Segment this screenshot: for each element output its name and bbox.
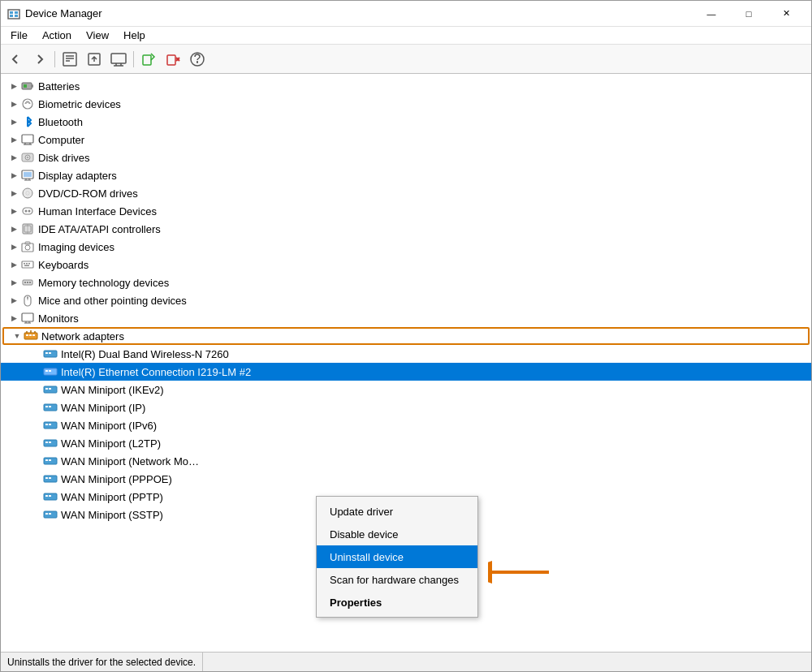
tree-item-computer[interactable]: ▶ Computer	[1, 131, 811, 149]
tree-item-wan-ikev2[interactable]: WAN Miniport (IKEv2)	[1, 381, 811, 398]
back-button[interactable]	[4, 49, 27, 70]
expand-disk[interactable]: ▶	[7, 151, 20, 164]
svg-rect-74	[49, 370, 51, 372]
hid-label: Human Interface Devices	[38, 205, 157, 218]
memory-icon	[20, 275, 35, 290]
svg-rect-5	[63, 53, 76, 66]
expand-keyboards[interactable]: ▶	[7, 258, 20, 271]
network-adapters-label: Network adapters	[41, 330, 124, 342]
tree-item-dvd[interactable]: ▶ DVD/CD-ROM drives	[1, 184, 811, 202]
tree-item-ethernet[interactable]: Intel(R) Ethernet Connection I219-LM #2	[1, 363, 811, 381]
wireless-icon	[43, 347, 58, 361]
separator-1	[54, 51, 55, 67]
expand-batteries[interactable]: ▶	[7, 80, 20, 93]
ctx-scan-changes[interactable]: Scan for hardware changes	[317, 568, 477, 591]
wan-sstp-icon	[43, 507, 58, 522]
tree-item-wan-ipv6[interactable]: WAN Miniport (IPv6)	[1, 416, 811, 434]
svg-rect-86	[49, 442, 51, 443]
ctx-update-driver[interactable]: Update driver	[317, 500, 477, 523]
svg-rect-0	[8, 10, 19, 19]
ctx-disable-device[interactable]: Disable device	[317, 523, 477, 545]
ctx-scan-changes-label: Scan for hardware changes	[330, 574, 459, 586]
tree-item-mice[interactable]: ▶ Mice and other pointing devices	[1, 291, 811, 309]
svg-rect-23	[22, 135, 33, 143]
menu-view[interactable]: View	[80, 28, 115, 43]
tree-item-batteries[interactable]: ▶ Batteries	[1, 77, 811, 95]
expand-monitors[interactable]: ▶	[7, 312, 20, 325]
svg-rect-97	[45, 513, 48, 515]
svg-rect-38	[23, 208, 32, 214]
bluetooth-label: Bluetooth	[38, 116, 83, 128]
svg-rect-88	[45, 459, 48, 461]
display-icon	[20, 168, 35, 183]
tree-item-wan-pppoe[interactable]: WAN Miniport (PPPOE)	[1, 470, 811, 488]
expand-memory[interactable]: ▶	[7, 276, 20, 289]
wan-ikev2-icon	[43, 382, 58, 397]
menu-file[interactable]: File	[4, 28, 34, 43]
menu-action[interactable]: Action	[36, 28, 78, 43]
menu-help[interactable]: Help	[117, 28, 152, 43]
tree-item-keyboards[interactable]: ▶ Keyboards	[1, 256, 811, 274]
tree-item-wan-ip[interactable]: WAN Miniport (IP)	[1, 398, 811, 416]
tree-item-network-adapters[interactable]: ▼ Network adapters	[2, 327, 810, 345]
expand-dvd[interactable]: ▶	[7, 187, 20, 200]
svg-rect-54	[27, 282, 28, 283]
expand-display[interactable]: ▶	[7, 169, 20, 182]
help-button[interactable]	[186, 49, 209, 70]
svg-rect-71	[49, 352, 51, 354]
expand-bluetooth[interactable]: ▶	[7, 115, 20, 128]
disk-label: Disk drives	[38, 152, 90, 164]
tree-item-imaging[interactable]: ▶ Imaging devices	[1, 238, 811, 256]
network-adapters-icon	[24, 329, 38, 343]
separator-2	[133, 51, 134, 67]
expand-mice[interactable]: ▶	[7, 294, 20, 307]
svg-rect-77	[49, 388, 51, 390]
tree-item-hid[interactable]: ▶ Human Interface Devices	[1, 202, 811, 220]
expand-biometric[interactable]: ▶	[7, 97, 20, 110]
bluetooth-icon	[20, 114, 35, 129]
imaging-label: Imaging devices	[38, 241, 114, 253]
tree-item-display[interactable]: ▶ Display adapters	[1, 166, 811, 184]
maximize-button[interactable]: □	[730, 1, 767, 27]
svg-rect-50	[28, 263, 30, 265]
tree-item-wan-netmon[interactable]: WAN Miniport (Network Mo…	[1, 452, 811, 470]
expand-network[interactable]: ▼	[11, 330, 24, 342]
tree-item-wan-l2tp[interactable]: WAN Miniport (L2TP)	[1, 434, 811, 452]
window-icon	[7, 7, 20, 20]
tree-item-memory[interactable]: ▶ Memory technology devices	[1, 274, 811, 291]
wan-ipv6-label: WAN Miniport (IPv6)	[61, 420, 157, 432]
close-button[interactable]: ✕	[767, 1, 805, 27]
wireless-label: Intel(R) Dual Band Wireless-N 7260	[61, 348, 229, 360]
svg-rect-76	[45, 388, 48, 390]
ctx-uninstall-device[interactable]: Uninstall device	[317, 545, 477, 568]
tree-item-biometric[interactable]: ▶ Biometric devices	[1, 95, 811, 113]
ctx-properties[interactable]: Properties	[317, 591, 477, 614]
status-bar: Uninstalls the driver for the selected d…	[1, 652, 811, 671]
remove-device-button[interactable]	[162, 49, 184, 70]
svg-point-39	[25, 210, 28, 213]
svg-rect-95	[49, 495, 51, 497]
expand-hid[interactable]: ▶	[7, 205, 20, 218]
tree-item-wireless[interactable]: Intel(R) Dual Band Wireless-N 7260	[1, 345, 811, 363]
svg-point-45	[25, 245, 30, 250]
keyboards-label: Keyboards	[38, 259, 89, 271]
scan-button[interactable]	[107, 49, 130, 70]
tree-item-monitors[interactable]: ▶ Monitors	[1, 309, 811, 327]
display-label: Display adapters	[38, 170, 117, 182]
svg-rect-49	[26, 263, 28, 265]
tree-item-bluetooth[interactable]: ▶ Bluetooth	[1, 113, 811, 131]
svg-rect-79	[45, 406, 48, 407]
add-device-button[interactable]	[137, 49, 160, 70]
svg-rect-82	[45, 424, 48, 425]
update-driver-button[interactable]	[83, 49, 106, 70]
forward-button[interactable]	[28, 49, 51, 70]
expand-ide[interactable]: ▶	[7, 222, 20, 235]
mice-icon	[20, 293, 35, 308]
tree-item-ide[interactable]: ▶ IDE ATA/ATAPI controllers	[1, 220, 811, 238]
minimize-button[interactable]: —	[693, 1, 730, 27]
properties-button[interactable]	[58, 49, 81, 70]
expand-computer[interactable]: ▶	[7, 133, 20, 146]
expand-imaging[interactable]: ▶	[7, 240, 20, 253]
tree-item-disk[interactable]: ▶ Disk drives	[1, 149, 811, 166]
ctx-properties-label: Properties	[330, 597, 382, 609]
